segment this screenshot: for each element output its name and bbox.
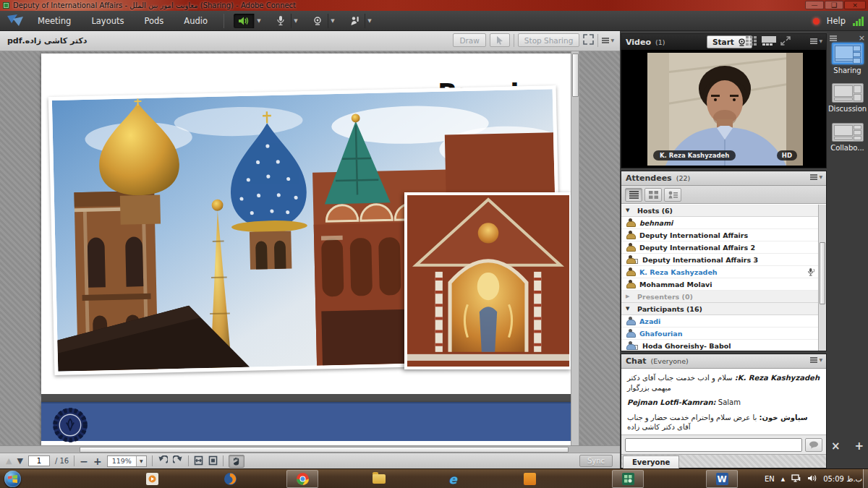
status-view-button[interactable] [664,188,681,202]
webcam-icon [737,38,746,46]
send-message-button[interactable] [805,438,822,452]
menu-layouts[interactable]: Layouts [81,11,134,31]
clock[interactable]: ب.ظ 05:09 [823,475,862,483]
close-button[interactable]: × [844,1,866,9]
attendee-row[interactable]: Deputy International Affairs 2 [621,241,826,254]
list-view-button[interactable] [625,188,642,202]
share-vertical-scrollbar[interactable] [571,51,579,445]
rotate-left-button[interactable] [158,455,168,466]
start-label: Start [712,38,734,46]
taskbar-orange-app-icon[interactable] [521,471,538,487]
layouts-close-icon[interactable]: × [859,33,865,43]
raise-hand-button[interactable]: ▼ [344,14,374,28]
rotate-right-button[interactable] [173,455,183,466]
minimize-button[interactable]: — [805,1,824,9]
attendee-row[interactable]: Hoda Ghoreishy- Babol [621,340,826,351]
microphone-button[interactable]: ▼ [271,14,300,28]
language-indicator[interactable]: EN [765,475,775,483]
attendee-row[interactable]: Deputy International Affairs [621,229,826,241]
volume-icon[interactable] [807,474,817,484]
attendee-row[interactable]: K. Reza Kashyzadeh [621,266,826,278]
microphone-active-icon [807,267,816,278]
taskbar-adobe-connect-icon[interactable] [619,471,637,487]
delete-layout-icon[interactable]: × [831,440,841,453]
menu-meeting[interactable]: Meeting [27,11,81,31]
webcam-button[interactable]: ▼ [307,14,337,28]
attendees-pod-menu-button[interactable]: ▼ [810,174,822,179]
draw-button[interactable]: Draw [453,33,485,47]
layout-sharing[interactable] [832,43,864,64]
presenters-section-header[interactable]: ▶ Presenters (0) [621,291,826,303]
attendees-scrollbar[interactable] [818,205,826,351]
start-button[interactable] [4,471,21,487]
attendee-row[interactable]: Deputy International Affairs 3 [621,254,826,266]
attendee-name: Ghafourian [639,330,683,338]
chat-text: Salam [718,398,741,406]
taskbar-word-icon[interactable]: W [713,471,731,487]
filmstrip-view-icon[interactable] [762,36,776,46]
zoom-level-dropdown[interactable]: 119% ▼ [107,455,147,467]
menu-help[interactable]: Help [827,16,846,26]
chat-pod-menu-button[interactable]: ▼ [810,357,822,362]
attendee-row[interactable]: Mohammad Molavi [621,278,826,291]
layouts-menu-icon[interactable] [830,38,837,39]
page-down-button[interactable]: ▼ [17,457,22,465]
fit-width-button[interactable] [194,455,203,467]
share-horizontal-scroll-thumb[interactable] [80,447,569,453]
zoom-caret-icon[interactable]: ▼ [136,456,146,466]
webcam-icon[interactable] [307,14,328,28]
slide-photo-facade [404,192,571,369]
webcam-caret[interactable]: ▼ [328,14,337,28]
attendee-row[interactable]: behnami [621,217,826,229]
menu-pods[interactable]: Pods [134,11,174,31]
maximize-button[interactable]: ❑ [825,1,843,9]
grid-view-icon[interactable] [746,36,757,46]
fullscreen-button[interactable] [583,34,594,47]
network-icon[interactable] [791,474,801,484]
share-vertical-scroll-thumb[interactable] [572,53,579,97]
taskbar-chrome-icon[interactable] [294,471,311,487]
page-up-button[interactable]: ▲ [6,457,12,465]
taskbar-ie-icon[interactable]: e [444,471,461,487]
raise-hand-icon[interactable] [344,14,365,28]
video-fullscreen-icon[interactable] [780,36,791,46]
stop-sharing-button[interactable]: Stop Sharing [518,33,580,47]
add-layout-icon[interactable]: + [854,440,864,453]
attendee-row[interactable]: Azadi [621,315,826,328]
attendee-row[interactable]: Ghafourian [621,328,826,340]
fit-page-button[interactable] [208,455,218,467]
layout-collaboration[interactable] [832,123,864,142]
chat-tab-everyone[interactable]: Everyone [623,455,679,468]
participants-section-header[interactable]: ▼ Participants (16) [621,303,826,315]
taskbar-firefox-icon[interactable] [221,471,239,487]
taskbar-media-player-icon[interactable] [143,471,161,487]
sync-button[interactable]: Sync [579,455,613,467]
attendee-name: Deputy International Affairs 3 [642,256,758,264]
video-pod-menu-button[interactable]: ▼ [810,38,822,43]
attendees-scroll-thumb[interactable] [820,242,825,304]
share-pod-menu-button[interactable]: ▼ [602,38,614,43]
tray-expand-icon[interactable]: ▲ [781,476,785,482]
participant-icon [626,317,635,325]
microphone-icon[interactable] [271,14,291,28]
zoom-in-button[interactable]: + [93,455,102,467]
zoom-out-button[interactable]: − [80,455,88,467]
layout-discussion[interactable] [832,83,864,103]
menu-audio[interactable]: Audio [174,11,218,31]
raise-hand-caret[interactable]: ▼ [365,14,374,28]
taskbar-explorer-icon[interactable] [370,471,388,487]
chat-input[interactable] [625,438,802,452]
attendee-name: behnami [639,219,673,227]
breakout-view-button[interactable] [644,188,662,202]
speaker-button[interactable]: ▼ [234,14,263,28]
speaker-caret[interactable]: ▼ [254,14,263,28]
hosts-section-header[interactable]: ▼ Hosts (6) [621,205,826,217]
microphone-caret[interactable]: ▼ [291,14,300,28]
page-number-input[interactable] [28,455,50,466]
pointer-button[interactable] [490,33,510,47]
show-desktop-button[interactable] [863,469,868,488]
host-icon [626,243,635,252]
speaker-icon[interactable] [234,14,254,28]
share-horizontal-scrollbar[interactable] [0,445,620,453]
pan-tool-button[interactable] [229,455,244,468]
